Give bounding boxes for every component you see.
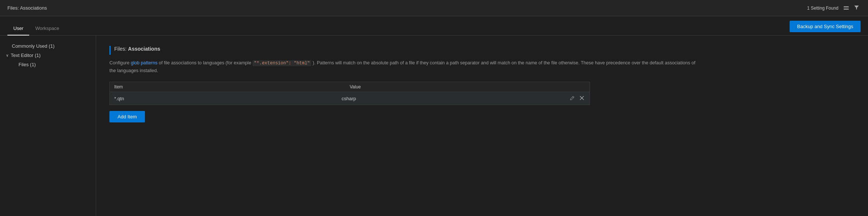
sidebar: Commonly Used (1) ∨ Text Editor (1) File… bbox=[0, 36, 96, 216]
content-area: Files: Associations Configure glob patte… bbox=[96, 36, 868, 216]
table-cell-value: csharp bbox=[342, 96, 569, 101]
section-title: Files: Associations bbox=[109, 46, 855, 55]
svg-marker-0 bbox=[854, 6, 859, 10]
tabs-left: User Workspace bbox=[7, 22, 65, 35]
filter-icons-group bbox=[842, 4, 861, 12]
associations-table: Item Value *.qtn csharp bbox=[109, 82, 590, 105]
sidebar-item-text-editor[interactable]: ∨ Text Editor (1) bbox=[0, 51, 96, 60]
tabs-bar: User Workspace Backup and Sync Settings bbox=[0, 16, 868, 36]
table-row-actions bbox=[569, 95, 585, 102]
settings-found-badge: 1 Setting Found bbox=[807, 6, 838, 11]
table-row[interactable]: *.qtn csharp bbox=[110, 92, 590, 105]
section-description: Configure glob patterns of file associat… bbox=[109, 59, 701, 74]
title-bar-left: Files: Associations bbox=[7, 5, 47, 11]
tab-workspace[interactable]: Workspace bbox=[29, 22, 65, 36]
title-bar: Files: Associations 1 Setting Found bbox=[0, 0, 868, 16]
edit-row-button[interactable] bbox=[569, 95, 576, 102]
filter-icon[interactable] bbox=[852, 4, 861, 12]
sidebar-item-commonly-used[interactable]: Commonly Used (1) bbox=[0, 41, 96, 51]
table-header: Item Value bbox=[110, 82, 590, 92]
main-content: Commonly Used (1) ∨ Text Editor (1) File… bbox=[0, 36, 868, 216]
list-view-icon[interactable] bbox=[842, 6, 850, 10]
title-bar-right: 1 Setting Found bbox=[807, 4, 861, 12]
svg-line-1 bbox=[573, 97, 574, 98]
page-title: Files: Associations bbox=[7, 5, 47, 11]
chevron-down-icon: ∨ bbox=[6, 53, 9, 57]
delete-row-button[interactable] bbox=[579, 95, 585, 102]
glob-patterns-link[interactable]: glob patterns bbox=[131, 60, 157, 65]
column-header-item: Item bbox=[114, 84, 350, 90]
backup-sync-button[interactable]: Backup and Sync Settings bbox=[790, 21, 861, 32]
sidebar-item-files[interactable]: Files (1) bbox=[0, 60, 96, 69]
column-header-value: Value bbox=[350, 84, 585, 90]
tab-user[interactable]: User bbox=[7, 22, 29, 36]
add-item-button[interactable]: Add Item bbox=[109, 111, 145, 122]
table-cell-item: *.qtn bbox=[114, 96, 342, 101]
example-code: "*.extension": "html" bbox=[252, 60, 311, 66]
three-lines-icon bbox=[844, 6, 849, 10]
